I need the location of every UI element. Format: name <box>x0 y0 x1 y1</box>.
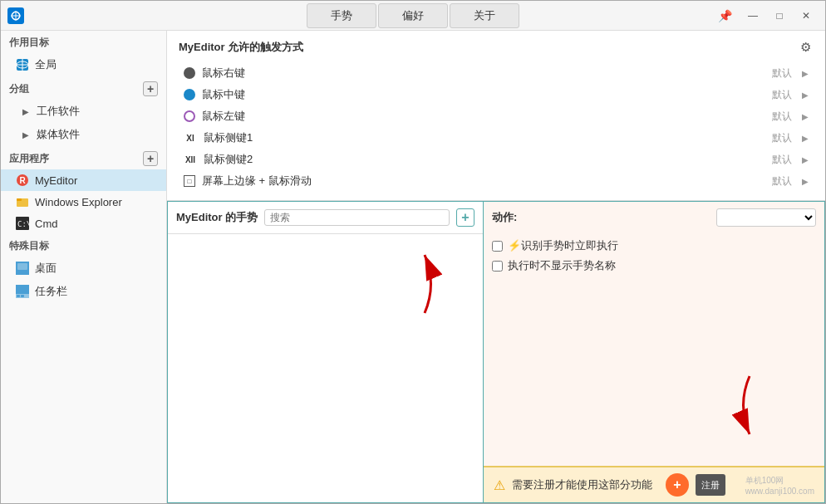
tab-preferences[interactable]: 偏好 <box>378 3 448 28</box>
trigger-row[interactable]: XI 鼠标侧键1 默认 ▶ <box>179 127 814 149</box>
trigger-expand-icon: ▶ <box>802 69 809 78</box>
svg-rect-17 <box>17 295 20 297</box>
screen-edge-icon: □ <box>184 175 195 187</box>
trigger-section-title: MyEditor 允许的触发方式 <box>179 40 303 55</box>
checkbox-row-immediate[interactable]: ⚡识别手势时立即执行 <box>492 238 816 253</box>
tab-gestures[interactable]: 手势 <box>307 3 376 28</box>
xi-icon: XI <box>184 134 197 143</box>
gesture-section: MyEditor 的手势 + <box>167 201 825 503</box>
bottom-bar-message: 需要注册才能使用这部分功能 <box>512 477 652 492</box>
trigger-section: MyEditor 允许的触发方式 ⚙ 鼠标右键 默认 ▶ 鼠标中键 默认 ▶ <box>167 31 825 201</box>
svg-rect-14 <box>17 263 27 270</box>
gesture-list-area <box>168 234 483 502</box>
maximize-button[interactable]: □ <box>767 6 792 26</box>
trigger-expand-icon: ▶ <box>802 177 809 186</box>
sidebar-section-special: 特殊目标 <box>1 234 166 257</box>
watermark-text: 单机100网www.danji100.com <box>745 475 814 496</box>
title-bar-left <box>7 7 24 24</box>
add-app-button[interactable]: + <box>143 151 158 166</box>
desktop-icon <box>16 262 29 275</box>
myeditor-icon: R <box>16 174 29 187</box>
title-bar: 手势 偏好 关于 📌 — □ ✕ <box>1 1 825 31</box>
checkbox-row-hide-name[interactable]: 执行时不显示手势名称 <box>492 258 816 273</box>
arrow-up-indicator <box>400 251 450 320</box>
sidebar-section-groups: 分组 + <box>1 76 166 100</box>
global-icon <box>16 58 29 71</box>
tab-about[interactable]: 关于 <box>450 3 519 28</box>
sidebar-section-action-target: 作用目标 <box>1 31 166 53</box>
trigger-expand-icon: ▶ <box>802 91 809 100</box>
hide-gesture-name-checkbox[interactable] <box>492 261 503 272</box>
gesture-left-panel: MyEditor 的手势 + <box>168 202 484 502</box>
right-panel: MyEditor 允许的触发方式 ⚙ 鼠标右键 默认 ▶ 鼠标中键 默认 ▶ <box>167 31 825 503</box>
sidebar-item-media-software[interactable]: ▶ 媒体软件 <box>1 123 166 146</box>
sidebar-item-windows-explorer[interactable]: Windows Explorer <box>1 191 166 213</box>
register-link-button[interactable]: 注册 <box>696 474 725 496</box>
bottom-bar: ⚠ 需要注册才能使用这部分功能 + 注册 单机100网www.danji100.… <box>484 466 824 502</box>
svg-rect-18 <box>21 295 24 297</box>
cmd-icon: C:\ <box>16 217 29 230</box>
explorer-icon <box>16 195 29 208</box>
trigger-row[interactable]: 鼠标左键 默认 ▶ <box>179 105 814 127</box>
gesture-right-panel: 动作: ⚡识别手势时立即执行 执行时不显示手势名称 <box>484 202 824 502</box>
gear-icon[interactable]: ⚙ <box>797 39 814 56</box>
taskbar-icon <box>16 285 29 298</box>
trigger-row[interactable]: 鼠标中键 默认 ▶ <box>179 84 814 105</box>
sidebar-item-work-software[interactable]: ▶ 工作软件 <box>1 100 166 123</box>
gesture-header: MyEditor 的手势 + <box>168 202 483 234</box>
action-spacer <box>484 278 824 466</box>
middle-click-icon <box>184 89 195 100</box>
xii-icon: XII <box>184 155 197 164</box>
close-button[interactable]: ✕ <box>794 6 819 26</box>
arrow-down-indicator <box>725 372 774 441</box>
left-click-icon <box>184 110 195 122</box>
gesture-right-header: 动作: <box>484 202 824 233</box>
trigger-expand-icon: ▶ <box>802 134 809 143</box>
gesture-add-button[interactable]: + <box>456 208 474 227</box>
immediate-execute-checkbox[interactable] <box>492 241 503 252</box>
pin-icon[interactable]: 📌 <box>718 9 732 22</box>
trigger-row[interactable]: □ 屏幕上边缘 + 鼠标滑动 默认 ▶ <box>179 170 814 192</box>
trigger-expand-icon: ▶ <box>802 112 809 121</box>
main-content: 作用目标 全局 分组 + ▶ 工作软 <box>1 31 825 503</box>
register-plus-button[interactable]: + <box>666 473 689 497</box>
sidebar-section-apps: 应用程序 + <box>1 146 166 169</box>
title-bar-tabs: 手势 偏好 关于 <box>307 3 519 28</box>
svg-rect-9 <box>17 198 22 201</box>
right-click-icon <box>184 67 195 79</box>
trigger-row[interactable]: XII 鼠标侧键2 默认 ▶ <box>179 149 814 170</box>
sidebar-item-taskbar[interactable]: 任务栏 <box>1 280 166 303</box>
svg-rect-10 <box>17 201 27 206</box>
svg-text:C:\: C:\ <box>17 220 29 228</box>
main-window: 手势 偏好 关于 📌 — □ ✕ 作用目标 <box>0 0 826 504</box>
trigger-row[interactable]: 鼠标右键 默认 ▶ <box>179 62 814 84</box>
minimize-button[interactable]: — <box>740 6 765 26</box>
sidebar-item-global[interactable]: 全局 <box>1 53 166 76</box>
collapse-arrow: ▶ <box>22 130 29 139</box>
sidebar: 作用目标 全局 分组 + ▶ 工作软 <box>1 31 167 503</box>
gesture-search-input[interactable] <box>264 209 450 226</box>
gesture-right-options: ⚡识别手势时立即执行 执行时不显示手势名称 <box>484 233 824 278</box>
collapse-arrow: ▶ <box>22 107 29 116</box>
sidebar-item-myeditor[interactable]: R MyEditor <box>1 169 166 191</box>
title-bar-controls: 📌 — □ ✕ <box>718 6 819 26</box>
svg-text:R: R <box>19 176 26 185</box>
sidebar-item-cmd[interactable]: C:\ Cmd <box>1 213 166 234</box>
trigger-section-header: MyEditor 允许的触发方式 ⚙ <box>179 39 814 56</box>
action-dropdown[interactable] <box>716 208 816 227</box>
add-group-button[interactable]: + <box>143 81 158 96</box>
sidebar-item-desktop[interactable]: 桌面 <box>1 257 166 280</box>
trigger-expand-icon: ▶ <box>802 155 809 164</box>
app-icon <box>7 7 24 24</box>
warning-icon: ⚠ <box>494 477 505 493</box>
